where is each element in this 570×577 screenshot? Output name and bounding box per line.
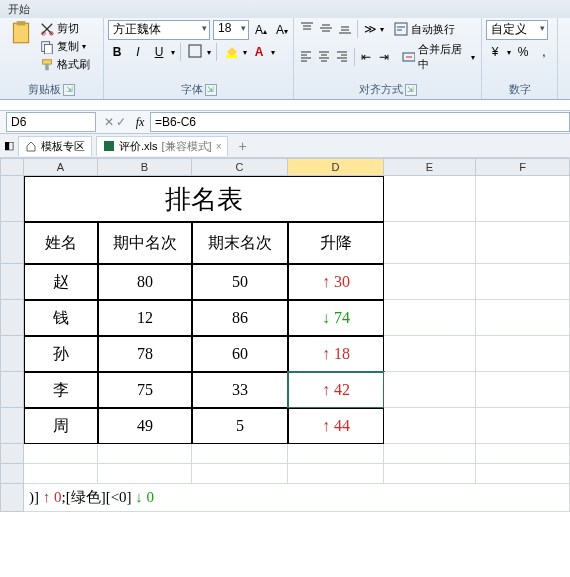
cell[interactable]: [384, 464, 476, 484]
add-tab-button[interactable]: +: [232, 138, 252, 154]
currency-button[interactable]: ¥: [486, 43, 504, 61]
cell[interactable]: [384, 264, 476, 300]
align-right-button[interactable]: [334, 48, 351, 66]
italic-button[interactable]: I: [129, 43, 147, 61]
font-launcher[interactable]: ⇲: [205, 84, 217, 96]
merge-center-button[interactable]: 合并后居中▾: [400, 41, 477, 73]
data-cell[interactable]: 李: [24, 372, 98, 408]
row-header[interactable]: [0, 176, 24, 222]
row-header[interactable]: [0, 372, 24, 408]
header-cell[interactable]: 姓名: [24, 222, 98, 264]
header-cell[interactable]: 期中名次: [98, 222, 192, 264]
cancel-icon[interactable]: ✕: [104, 115, 114, 129]
cell[interactable]: [384, 444, 476, 464]
data-cell[interactable]: 33: [192, 372, 288, 408]
cell[interactable]: [476, 176, 570, 222]
col-header-D[interactable]: D: [288, 158, 384, 176]
fx-button[interactable]: fx: [130, 115, 150, 130]
col-header-C[interactable]: C: [192, 158, 288, 176]
col-header-E[interactable]: E: [384, 158, 476, 176]
grow-font-button[interactable]: A▴: [252, 21, 270, 39]
format-cell[interactable]: )] ↑ 0;[绿色][<0] ↓ 0: [24, 484, 570, 512]
diff-cell[interactable]: ↑ 18: [288, 336, 384, 372]
data-cell[interactable]: 75: [98, 372, 192, 408]
cell[interactable]: [476, 444, 570, 464]
data-cell[interactable]: 49: [98, 408, 192, 444]
percent-button[interactable]: %: [514, 43, 532, 61]
underline-button[interactable]: U: [150, 43, 168, 61]
align-center-button[interactable]: [316, 48, 333, 66]
data-cell[interactable]: 80: [98, 264, 192, 300]
comma-button[interactable]: ,: [535, 43, 553, 61]
cell[interactable]: [24, 444, 98, 464]
paste-button[interactable]: [4, 20, 38, 48]
data-cell[interactable]: 5: [192, 408, 288, 444]
row-header[interactable]: [0, 484, 24, 512]
col-header-B[interactable]: B: [98, 158, 192, 176]
col-header-A[interactable]: A: [24, 158, 98, 176]
home-tab[interactable]: 模板专区: [18, 136, 92, 156]
tab-nav-icon[interactable]: ◧: [4, 139, 14, 152]
enter-icon[interactable]: ✓: [116, 115, 126, 129]
row-header[interactable]: [0, 336, 24, 372]
font-size-combo[interactable]: 18: [213, 20, 249, 40]
cell[interactable]: [476, 464, 570, 484]
file-tab[interactable]: 评价.xls [兼容模式] ×: [96, 136, 228, 156]
row-header[interactable]: [0, 464, 24, 484]
data-cell[interactable]: 50: [192, 264, 288, 300]
data-cell[interactable]: 86: [192, 300, 288, 336]
header-cell[interactable]: 升降: [288, 222, 384, 264]
data-cell[interactable]: 钱: [24, 300, 98, 336]
fill-color-button[interactable]: [222, 43, 240, 61]
diff-cell[interactable]: ↑ 42: [288, 372, 384, 408]
data-cell[interactable]: 赵: [24, 264, 98, 300]
header-cell[interactable]: 期末名次: [192, 222, 288, 264]
data-cell[interactable]: 孙: [24, 336, 98, 372]
col-header-F[interactable]: F: [476, 158, 570, 176]
copy-button[interactable]: 复制▾: [38, 38, 92, 55]
cell[interactable]: [384, 300, 476, 336]
cell[interactable]: [476, 222, 570, 264]
data-cell[interactable]: 78: [98, 336, 192, 372]
diff-cell[interactable]: ↑ 44: [288, 408, 384, 444]
select-all-corner[interactable]: [0, 158, 24, 176]
row-header[interactable]: [0, 264, 24, 300]
align-launcher[interactable]: ⇲: [405, 84, 417, 96]
row-header[interactable]: [0, 444, 24, 464]
format-painter-button[interactable]: 格式刷: [38, 56, 92, 73]
formula-input[interactable]: =B6-C6: [150, 112, 570, 132]
cell[interactable]: [476, 336, 570, 372]
title-cell[interactable]: 排名表: [24, 176, 384, 222]
border-button[interactable]: [186, 43, 204, 61]
row-header[interactable]: [0, 408, 24, 444]
shrink-font-button[interactable]: A▾: [273, 21, 291, 39]
cell[interactable]: [384, 222, 476, 264]
font-color-button[interactable]: A: [250, 43, 268, 61]
cell[interactable]: [384, 372, 476, 408]
indent-dec-button[interactable]: ⇤: [357, 48, 374, 66]
indent-inc-button[interactable]: ⇥: [375, 48, 392, 66]
diff-cell[interactable]: ↓ 74: [288, 300, 384, 336]
data-cell[interactable]: 12: [98, 300, 192, 336]
cell[interactable]: [24, 464, 98, 484]
cell[interactable]: [98, 444, 192, 464]
font-name-combo[interactable]: 方正魏体: [108, 20, 210, 40]
cell[interactable]: [384, 176, 476, 222]
cell[interactable]: [384, 408, 476, 444]
cell[interactable]: [476, 372, 570, 408]
cell[interactable]: [192, 464, 288, 484]
number-format-combo[interactable]: 自定义: [486, 20, 548, 40]
cell[interactable]: [98, 464, 192, 484]
close-icon[interactable]: ×: [216, 141, 222, 152]
cell[interactable]: [384, 336, 476, 372]
diff-cell[interactable]: ↑ 30: [288, 264, 384, 300]
wrap-text-button[interactable]: 自动换行: [392, 21, 457, 38]
cell[interactable]: [476, 300, 570, 336]
align-bottom-button[interactable]: [336, 20, 354, 38]
row-header[interactable]: [0, 222, 24, 264]
align-left-button[interactable]: [298, 48, 315, 66]
row-header[interactable]: [0, 300, 24, 336]
name-box[interactable]: D6: [6, 112, 96, 132]
cell[interactable]: [192, 444, 288, 464]
align-middle-button[interactable]: [317, 20, 335, 38]
